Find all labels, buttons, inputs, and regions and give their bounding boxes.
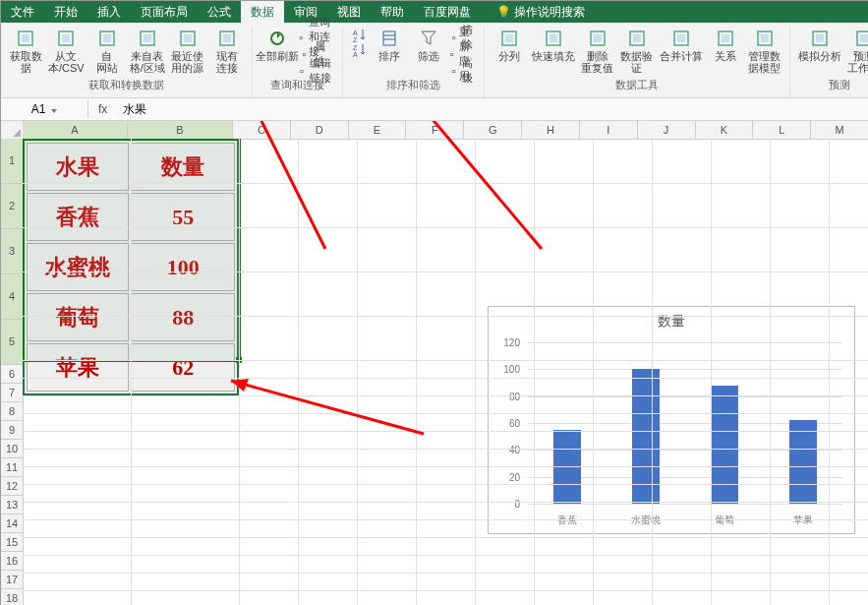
svg-text:A: A	[353, 30, 358, 36]
refresh-all-button[interactable]: 全部刷新	[259, 27, 296, 72]
col-header[interactable]: M	[811, 121, 868, 139]
datatool-btn-3[interactable]: 数据验 证	[618, 27, 656, 74]
getdata-btn-5[interactable]: 现有 连接	[208, 27, 246, 74]
menu-tab-5[interactable]: 数据	[241, 1, 284, 23]
col-header[interactable]: H	[522, 121, 580, 139]
group-label: 数据工具	[615, 78, 659, 92]
menu-tab-3[interactable]: 页面布局	[131, 1, 198, 23]
sort-desc-button[interactable]: ZA	[349, 43, 369, 57]
row-header[interactable]: 1	[1, 139, 23, 184]
formula-input[interactable]: 水果	[117, 101, 868, 118]
ribbon-group-getdata: 获取数 据从文 本/CSV自 网站来自表 格/区域最近使 用的源现有 连接 获取…	[1, 27, 253, 97]
col-header[interactable]: K	[696, 121, 754, 139]
svg-rect-21	[505, 34, 513, 42]
link-icon: ▫	[298, 64, 306, 78]
datatool-btn-2[interactable]: 删除 重复值	[579, 27, 616, 74]
table-cell[interactable]: 水蜜桃	[27, 243, 129, 291]
table-cell[interactable]: 香蕉	[27, 193, 129, 241]
col-header[interactable]: L	[753, 121, 811, 139]
sort-desc-icon: ZA	[352, 43, 366, 57]
x-tick: 苹果	[774, 514, 833, 527]
query-item-2[interactable]: ▫编辑链接	[298, 62, 336, 79]
getdata-btn-5-icon	[217, 29, 237, 48]
datatool-btn-5[interactable]: 关系	[707, 27, 744, 72]
getdata-btn-2[interactable]: 自 网站	[88, 27, 126, 74]
filter-opt-2[interactable]: ▫高级	[449, 62, 478, 79]
menu-tab-8[interactable]: 帮助	[371, 1, 414, 23]
getdata-btn-3[interactable]: 来自表 格/区域	[128, 27, 167, 74]
row-header[interactable]: 8	[1, 402, 23, 421]
datatool-btn-0[interactable]: 分列	[491, 27, 528, 72]
formula-bar: A1 fx 水果	[1, 98, 868, 121]
table-cell[interactable]: 88	[131, 293, 235, 341]
datatool-btn-4[interactable]: 合并计算	[658, 27, 705, 72]
row-header[interactable]: 4	[1, 274, 23, 320]
name-box[interactable]: A1	[1, 100, 88, 118]
row-header[interactable]: 5	[1, 320, 23, 365]
datatool-btn-1[interactable]: 快速填充	[530, 27, 577, 72]
row-header[interactable]: 13	[1, 496, 23, 514]
row-header[interactable]: 10	[1, 440, 23, 458]
col-header[interactable]: B	[128, 121, 233, 139]
col-header[interactable]: J	[638, 121, 696, 139]
table-cell[interactable]: 100	[131, 243, 235, 291]
y-tick: 20	[509, 471, 520, 482]
table-cell[interactable]: 葡萄	[27, 293, 129, 341]
sort-asc-icon: AZ	[352, 29, 366, 42]
chart-bar[interactable]	[789, 420, 817, 504]
embedded-chart[interactable]: 数量 020406080100120 香蕉水蜜桃葡萄苹果	[488, 306, 855, 534]
getdata-btn-0[interactable]: 获取数 据	[7, 27, 44, 74]
col-header[interactable]: D	[291, 121, 349, 139]
row-header[interactable]: 14	[1, 514, 23, 533]
datatool-btn-6[interactable]: 管理数 据模型	[746, 27, 783, 74]
row-header[interactable]: 15	[1, 533, 23, 552]
tell-me[interactable]: 💡 操作说明搜索	[481, 1, 595, 23]
opt-icon: ▫	[449, 30, 459, 44]
forecast-btn-0[interactable]: 模拟分析	[796, 27, 843, 72]
row-header[interactable]: 17	[1, 571, 23, 589]
forecast-btn-1[interactable]: 预测 工作表	[845, 27, 868, 74]
col-header[interactable]: C	[233, 121, 291, 139]
group-label: 预测	[829, 78, 850, 92]
row-header[interactable]: 12	[1, 477, 23, 496]
row-header[interactable]: 2	[1, 184, 23, 229]
getdata-btn-4[interactable]: 最近使 用的源	[169, 27, 206, 74]
datatool-btn-0-icon	[499, 29, 519, 48]
row-header[interactable]: 9	[1, 421, 23, 440]
col-header[interactable]: E	[349, 121, 407, 139]
datatool-btn-6-icon	[755, 29, 775, 48]
menu-tab-9[interactable]: 百度网盘	[414, 1, 481, 23]
svg-rect-31	[722, 34, 729, 42]
svg-rect-3	[62, 34, 70, 42]
svg-rect-7	[144, 34, 151, 42]
sort-button[interactable]: 排序	[371, 27, 408, 72]
table-cell[interactable]: 62	[131, 343, 235, 392]
menu-tab-0[interactable]: 文件	[1, 1, 44, 23]
menu-tab-4[interactable]: 公式	[198, 1, 241, 23]
col-header[interactable]: I	[580, 121, 638, 139]
lightbulb-icon: 💡	[496, 5, 511, 19]
row-header[interactable]: 16	[1, 552, 23, 571]
svg-rect-33	[761, 34, 769, 42]
table-cell[interactable]: 苹果	[27, 343, 129, 392]
col-header[interactable]: G	[464, 121, 522, 139]
row-header[interactable]: 18	[1, 589, 23, 605]
table-cell[interactable]: 55	[131, 193, 235, 241]
row-header[interactable]: 7	[1, 384, 23, 402]
chart-bar[interactable]	[711, 386, 738, 504]
x-tick: 水蜜桃	[616, 514, 675, 527]
row-header[interactable]: 11	[1, 458, 23, 477]
sort-icon	[379, 29, 399, 48]
col-header[interactable]: A	[23, 121, 128, 139]
col-header[interactable]: F	[406, 121, 464, 139]
menu-tab-2[interactable]: 插入	[87, 1, 131, 23]
select-all-corner[interactable]	[1, 121, 24, 140]
row-header[interactable]: 6	[1, 365, 23, 384]
filter-button[interactable]: 筛选	[410, 27, 447, 72]
worksheet-grid[interactable]: ABCDEFGHIJKLM 12345678910111213141516171…	[1, 121, 868, 605]
getdata-btn-3-icon	[138, 29, 157, 48]
menu-tab-1[interactable]: 开始	[44, 1, 87, 23]
sort-asc-button[interactable]: AZ	[349, 29, 369, 42]
getdata-btn-1[interactable]: 从文 本/CSV	[46, 27, 87, 74]
row-header[interactable]: 3	[1, 229, 23, 274]
